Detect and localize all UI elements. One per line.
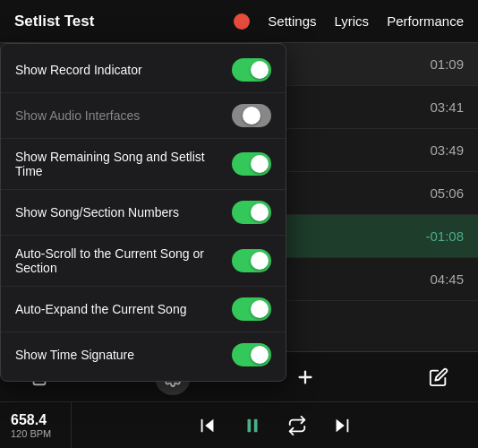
toggle-knob (251, 155, 269, 173)
toggle-knob (251, 61, 269, 79)
loop-button[interactable] (287, 416, 307, 435)
song-time: 04:45 (430, 271, 464, 287)
skip-forward-button[interactable] (332, 416, 352, 435)
dropdown-item-label: Show Record Indicator (15, 63, 232, 77)
plus-icon (295, 367, 315, 387)
dropdown-item-label: Auto-Scroll to the Current Song or Secti… (15, 246, 232, 275)
toggle-switch[interactable] (232, 297, 271, 321)
song-time: -01:08 (425, 228, 464, 244)
loop-icon (287, 416, 307, 435)
dropdown-item-label: Show Time Signature (15, 348, 232, 362)
dropdown-item[interactable]: Show Song/Section Numbers (1, 190, 286, 236)
dropdown-item[interactable]: Show Record Indicator (1, 47, 286, 93)
edit-icon (429, 367, 448, 387)
dropdown-item[interactable]: Show Audio Interfaces (1, 93, 286, 139)
settings-dropdown: Show Record IndicatorShow Audio Interfac… (0, 43, 286, 382)
header: Setlist Test Settings Lyrics Performance (0, 0, 478, 43)
svg-rect-6 (248, 418, 252, 432)
skip-back-icon (198, 416, 218, 435)
toggle-knob (243, 107, 260, 125)
toggle-switch[interactable] (232, 104, 271, 127)
pause-button[interactable] (243, 416, 262, 435)
performance-button[interactable]: Performance (387, 13, 464, 29)
dropdown-item[interactable]: Show Time Signature (1, 332, 286, 377)
dropdown-item-label: Show Remaining Song and Setlist Time (15, 150, 232, 178)
header-actions: Settings Lyrics Performance (234, 13, 464, 30)
toggle-knob (251, 252, 269, 270)
dropdown-item[interactable]: Auto-Expand the Current Song (1, 287, 286, 332)
dropdown-item[interactable]: Show Remaining Song and Setlist Time (1, 139, 286, 190)
svg-marker-8 (337, 418, 345, 432)
toggle-switch[interactable] (232, 201, 271, 224)
skip-back-button[interactable] (198, 416, 218, 435)
toggle-switch[interactable] (232, 58, 271, 82)
edit-button[interactable] (421, 359, 457, 395)
toggle-switch[interactable] (232, 249, 271, 272)
toggle-knob (251, 346, 269, 364)
transport-info: 658.4 120 BPM (0, 402, 72, 448)
record-dot[interactable] (234, 13, 250, 30)
toggle-switch[interactable] (232, 343, 271, 366)
dropdown-item-label: Auto-Expand the Current Song (15, 302, 232, 316)
toggle-knob (251, 300, 269, 318)
svg-marker-4 (205, 418, 213, 432)
dropdown-item-label: Show Song/Section Numbers (15, 205, 232, 220)
dropdown-item[interactable]: Auto-Scroll to the Current Song or Secti… (1, 236, 286, 287)
transport-bar: 658.4 120 BPM (0, 401, 478, 448)
dropdown-item-label: Show Audio Interfaces (15, 108, 232, 123)
toggle-switch[interactable] (232, 152, 271, 176)
transport-controls (72, 416, 478, 435)
transport-time: 658.4 (11, 412, 47, 428)
lyrics-button[interactable]: Lyrics (335, 13, 370, 29)
toggle-knob (251, 203, 269, 221)
transport-bpm: 120 BPM (11, 428, 51, 439)
song-time: 01:09 (430, 56, 464, 72)
skip-forward-icon (332, 416, 352, 435)
song-time: 03:49 (430, 142, 464, 158)
song-time: 05:06 (430, 185, 464, 201)
svg-rect-7 (254, 418, 258, 432)
add-button[interactable] (287, 359, 323, 395)
song-time: 03:41 (430, 99, 464, 115)
pause-icon (243, 416, 262, 435)
settings-button[interactable]: Settings (268, 13, 316, 29)
app-title: Setlist Test (14, 13, 234, 30)
